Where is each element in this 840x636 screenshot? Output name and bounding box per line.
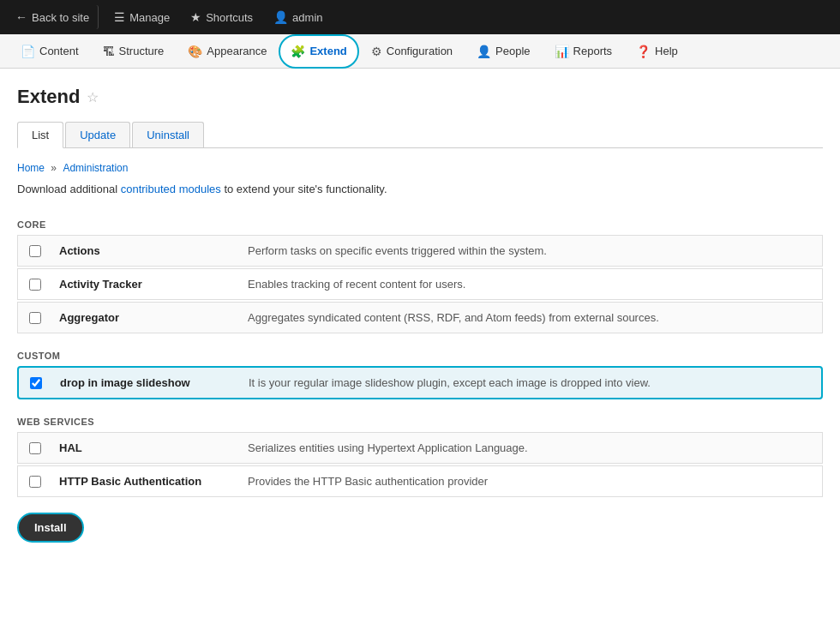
section-header-custom: CUSTOM — [17, 342, 823, 366]
extend-icon: 🧩 — [291, 45, 305, 58]
bookmark-star-icon[interactable]: ☆ — [87, 89, 99, 105]
main-content: Extend ☆ List Update Uninstall Home » Ad… — [0, 69, 840, 560]
content-icon: 📄 — [21, 45, 35, 58]
manage-label: Manage — [129, 11, 170, 24]
module-checkbox-http-basic-auth[interactable] — [18, 467, 52, 496]
people-icon: 👤 — [477, 45, 491, 58]
breadcrumb-separator: » — [51, 162, 59, 174]
back-to-site-label: Back to site — [32, 11, 89, 24]
reports-icon: 📊 — [555, 45, 569, 58]
nav-content-label: Content — [39, 45, 79, 57]
module-desc-aggregator: Aggregates syndicated content (RSS, RDF,… — [241, 303, 822, 333]
checkbox-drop-in-image-slideshow[interactable] — [30, 377, 42, 389]
module-row-aggregator: Aggregator Aggregates syndicated content… — [17, 302, 823, 333]
module-checkbox-drop-in-image-slideshow[interactable] — [19, 369, 53, 398]
checkbox-http-basic-auth[interactable] — [29, 476, 41, 488]
nav-reports-label: Reports — [573, 45, 613, 57]
admin-label: admin — [292, 11, 322, 24]
configuration-icon: ⚙ — [371, 45, 382, 58]
shortcuts-button[interactable]: ★ Shortcuts — [182, 5, 261, 29]
checkbox-activity-tracker[interactable] — [29, 279, 41, 291]
manage-button[interactable]: ☰ Manage — [105, 5, 178, 29]
module-checkbox-hal[interactable] — [18, 434, 52, 463]
tabs-container: List Update Uninstall — [17, 122, 823, 148]
breadcrumb-administration[interactable]: Administration — [63, 162, 128, 174]
module-name-aggregator: Aggregator — [52, 303, 241, 333]
nav-extend-label: Extend — [309, 45, 346, 57]
module-name-activity-tracker: Activity Tracker — [52, 269, 241, 299]
nav-appearance-label: Appearance — [207, 45, 267, 57]
module-checkbox-aggregator[interactable] — [18, 303, 52, 333]
secondary-nav: 📄 Content 🏗 Structure 🎨 Appearance 🧩 Ext… — [0, 34, 840, 69]
module-desc-http-basic-auth: Provides the HTTP Basic authentication p… — [241, 466, 822, 496]
nav-structure-label: Structure — [119, 45, 165, 57]
module-desc-activity-tracker: Enables tracking of recent content for u… — [241, 269, 822, 299]
module-row-drop-in-image-slideshow: drop in image slideshow It is your regul… — [17, 366, 823, 399]
module-name-hal: HAL — [52, 433, 241, 463]
module-row-actions: Actions Perform tasks on specific events… — [17, 235, 823, 267]
breadcrumb-home[interactable]: Home — [17, 162, 45, 174]
install-button[interactable]: Install — [17, 513, 84, 543]
nav-structure[interactable]: 🏗 Structure — [91, 34, 177, 69]
nav-configuration[interactable]: ⚙ Configuration — [359, 34, 465, 69]
breadcrumb: Home » Administration — [17, 162, 823, 174]
section-header-web-services: WEB SERVICES — [17, 408, 823, 432]
nav-appearance[interactable]: 🎨 Appearance — [176, 34, 279, 69]
star-icon: ★ — [190, 10, 201, 24]
nav-people-label: People — [495, 45, 530, 57]
checkbox-hal[interactable] — [29, 442, 41, 454]
page-title: Extend — [17, 86, 80, 108]
arrow-left-icon: ← — [15, 10, 27, 24]
modules-container: CORE Actions Perform tasks on specific e… — [17, 211, 823, 497]
module-row-activity-tracker: Activity Tracker Enables tracking of rec… — [17, 268, 823, 300]
tab-uninstall[interactable]: Uninstall — [132, 122, 204, 147]
nav-configuration-label: Configuration — [387, 45, 453, 57]
structure-icon: 🏗 — [103, 45, 115, 58]
admin-user-button[interactable]: 👤 admin — [265, 5, 331, 29]
checkbox-actions[interactable] — [29, 245, 41, 257]
page-title-area: Extend ☆ — [17, 86, 823, 108]
page-description: Download additional contributed modules … — [17, 183, 823, 195]
help-icon: ❓ — [636, 45, 651, 58]
appearance-icon: 🎨 — [188, 45, 202, 58]
module-row-hal: HAL Serializes entities using Hypertext … — [17, 432, 823, 464]
nav-reports[interactable]: 📊 Reports — [543, 34, 625, 69]
user-icon: 👤 — [273, 10, 288, 24]
shortcuts-label: Shortcuts — [206, 11, 253, 24]
module-desc-actions: Perform tasks on specific events trigger… — [241, 236, 822, 266]
module-name-http-basic-auth: HTTP Basic Authentication — [52, 466, 241, 496]
back-to-site-button[interactable]: ← Back to site — [7, 5, 99, 29]
module-desc-drop-in-image-slideshow: It is your regular image slideshow plugi… — [242, 368, 821, 398]
module-row-http-basic-auth: HTTP Basic Authentication Provides the H… — [17, 465, 823, 497]
description-text1: Download additional — [17, 183, 121, 195]
description-text2: to extend your site's functionality. — [221, 183, 387, 195]
module-checkbox-actions[interactable] — [18, 237, 52, 266]
nav-content[interactable]: 📄 Content — [9, 34, 91, 69]
module-name-drop-in-image-slideshow: drop in image slideshow — [53, 368, 242, 398]
tab-update[interactable]: Update — [65, 122, 130, 147]
nav-people[interactable]: 👤 People — [465, 34, 542, 69]
module-checkbox-activity-tracker[interactable] — [18, 270, 52, 299]
nav-help[interactable]: ❓ Help — [624, 34, 690, 69]
section-header-core: CORE — [17, 211, 823, 235]
nav-help-label: Help — [655, 45, 678, 57]
contributed-modules-link[interactable]: contributed modules — [121, 183, 221, 195]
menu-icon: ☰ — [114, 10, 125, 24]
tab-list[interactable]: List — [17, 122, 63, 148]
module-desc-hal: Serializes entities using Hypertext Appl… — [241, 433, 822, 463]
nav-extend[interactable]: 🧩 Extend — [279, 34, 358, 69]
admin-bar: ← Back to site ☰ Manage ★ Shortcuts 👤 ad… — [0, 0, 840, 34]
module-name-actions: Actions — [52, 236, 241, 266]
checkbox-aggregator[interactable] — [29, 312, 41, 324]
